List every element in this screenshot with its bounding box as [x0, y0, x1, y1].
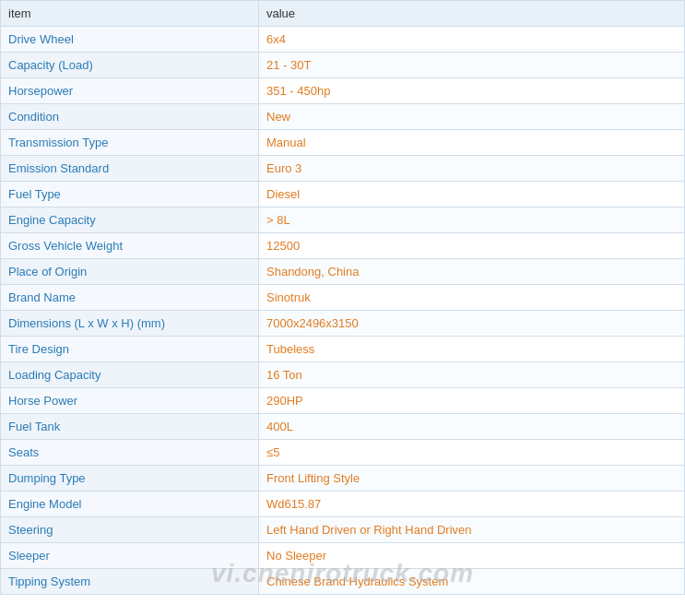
cell-value: 12500 [259, 233, 685, 259]
cell-item: Condition [1, 104, 259, 130]
cell-item: Seats [1, 440, 259, 466]
cell-value: Tubeless [259, 337, 685, 362]
cell-value: ≤5 [259, 440, 685, 466]
cell-value: 6x4 [259, 27, 685, 53]
table-row: ConditionNew [1, 104, 685, 130]
cell-item: Capacity (Load) [1, 53, 259, 78]
table-row: Engine ModelWd615.87 [1, 492, 685, 517]
header-value: value [259, 1, 685, 27]
table-row: Fuel Tank400L [1, 414, 685, 440]
table-row: Dimensions (L x W x H) (mm)7000x2496x315… [1, 311, 685, 337]
cell-item: Tire Design [1, 337, 259, 362]
cell-value: 290HP [259, 388, 685, 414]
table-row: Capacity (Load)21 - 30T [1, 53, 685, 78]
cell-value: 21 - 30T [259, 53, 685, 78]
cell-value: Euro 3 [259, 156, 685, 182]
cell-value: No Sleeper [259, 543, 685, 569]
cell-value: Chinese Brand Hydraulics System [259, 569, 685, 595]
cell-value: Wd615.87 [259, 492, 685, 517]
cell-value: New [259, 104, 685, 130]
specs-table-container: item value Drive Wheel6x4Capacity (Load)… [0, 0, 685, 595]
table-row: Loading Capacity16 Ton [1, 362, 685, 388]
table-row: Tipping SystemChinese Brand Hydraulics S… [1, 569, 685, 595]
cell-item: Horsepower [1, 78, 259, 104]
cell-item: Horse Power [1, 388, 259, 414]
cell-item: Place of Origin [1, 259, 259, 285]
table-row: Drive Wheel6x4 [1, 27, 685, 53]
cell-item: Loading Capacity [1, 362, 259, 388]
cell-value: 351 - 450hp [259, 78, 685, 104]
table-row: Emission StandardEuro 3 [1, 156, 685, 182]
table-header-row: item value [1, 1, 685, 27]
table-row: Place of OriginShandong, China [1, 259, 685, 285]
cell-item: Emission Standard [1, 156, 259, 182]
table-row: Gross Vehicle Weight12500 [1, 233, 685, 259]
cell-value: Sinotruk [259, 285, 685, 311]
cell-value: Shandong, China [259, 259, 685, 285]
cell-value: Left Hand Driven or Right Hand Driven [259, 517, 685, 543]
cell-item: Fuel Type [1, 182, 259, 207]
table-row: Seats≤5 [1, 440, 685, 466]
specs-table: item value Drive Wheel6x4Capacity (Load)… [0, 0, 685, 595]
cell-value: Manual [259, 130, 685, 156]
table-row: Brand NameSinotruk [1, 285, 685, 311]
cell-value: 7000x2496x3150 [259, 311, 685, 337]
cell-item: Steering [1, 517, 259, 543]
table-row: Tire DesignTubeless [1, 337, 685, 362]
table-row: Horsepower351 - 450hp [1, 78, 685, 104]
cell-item: Drive Wheel [1, 27, 259, 53]
table-row: Engine Capacity> 8L [1, 207, 685, 233]
cell-item: Gross Vehicle Weight [1, 233, 259, 259]
cell-item: Dimensions (L x W x H) (mm) [1, 311, 259, 337]
cell-item: Fuel Tank [1, 414, 259, 440]
cell-item: Engine Model [1, 492, 259, 517]
header-item: item [1, 1, 259, 27]
cell-item: Dumping Type [1, 466, 259, 492]
table-row: Transmission TypeManual [1, 130, 685, 156]
cell-value: 16 Ton [259, 362, 685, 388]
cell-value: Front Lifting Style [259, 466, 685, 492]
table-row: Dumping TypeFront Lifting Style [1, 466, 685, 492]
table-row: Horse Power290HP [1, 388, 685, 414]
cell-item: Brand Name [1, 285, 259, 311]
cell-item: Tipping System [1, 569, 259, 595]
table-row: SteeringLeft Hand Driven or Right Hand D… [1, 517, 685, 543]
cell-item: Engine Capacity [1, 207, 259, 233]
table-row: Fuel TypeDiesel [1, 182, 685, 207]
cell-item: Sleeper [1, 543, 259, 569]
cell-item: Transmission Type [1, 130, 259, 156]
cell-value: 400L [259, 414, 685, 440]
cell-value: Diesel [259, 182, 685, 207]
table-row: SleeperNo Sleeper [1, 543, 685, 569]
cell-value: > 8L [259, 207, 685, 233]
